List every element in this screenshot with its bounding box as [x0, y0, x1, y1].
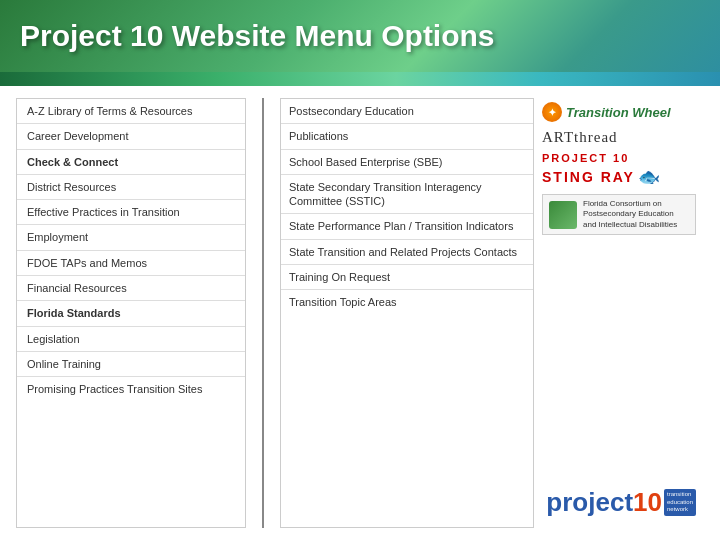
left-menu-item[interactable]: Career Development: [17, 124, 245, 149]
content-area: A-Z Library of Terms & ResourcesCareer D…: [0, 86, 720, 540]
left-menu-item[interactable]: Employment: [17, 225, 245, 250]
right-menu-item[interactable]: State Secondary Transition Interagency C…: [281, 175, 533, 215]
left-menu-item[interactable]: FDOE TAPs and Memos: [17, 251, 245, 276]
left-menu-item[interactable]: Effective Practices in Transition: [17, 200, 245, 225]
right-menu-item[interactable]: Postsecondary Education: [281, 99, 533, 124]
left-menu-item[interactable]: Check & Connect: [17, 150, 245, 175]
project10-word: project: [546, 487, 633, 518]
transition-wheel-label: Transition Wheel: [566, 105, 671, 120]
stingray-label: STING RAY: [542, 169, 635, 185]
stingray-fish-icon: 🐟: [638, 166, 660, 188]
project10-main-logo: project 10 transition education network: [546, 487, 696, 518]
wheel-icon: ✦: [542, 102, 562, 122]
page-title: Project 10 Website Menu Options: [20, 19, 495, 53]
left-menu: A-Z Library of Terms & ResourcesCareer D…: [16, 98, 246, 528]
right-menu-item[interactable]: Publications: [281, 124, 533, 149]
right-menu-item[interactable]: State Transition and Related Projects Co…: [281, 240, 533, 265]
florida-icon: [549, 201, 577, 229]
right-menu-item[interactable]: State Performance Plan / Transition Indi…: [281, 214, 533, 239]
left-menu-item[interactable]: Florida Standards: [17, 301, 245, 326]
left-menu-item[interactable]: Financial Resources: [17, 276, 245, 301]
transition-wheel-logo[interactable]: ✦ Transition Wheel: [542, 102, 696, 122]
project10-prefix-small: PROJECT 10: [542, 152, 629, 164]
wave-decoration: [0, 72, 720, 86]
project10-tagline: transition education network: [664, 489, 696, 516]
florida-consortium-box[interactable]: Florida Consortium on Postsecondary Educ…: [542, 194, 696, 235]
right-menu-item[interactable]: Training On Request: [281, 265, 533, 290]
right-menu: Postsecondary EducationPublicationsSchoo…: [280, 98, 534, 528]
left-menu-item[interactable]: Promising Practices Transition Sites: [17, 377, 245, 401]
right-section: Postsecondary EducationPublicationsSchoo…: [280, 98, 704, 528]
right-menu-item[interactable]: School Based Enterprise (SBE): [281, 150, 533, 175]
project10-number: 10: [633, 487, 662, 518]
logos-column: ✦ Transition Wheel ARTthread PROJECT 10 …: [534, 98, 704, 528]
stingray-logo[interactable]: PROJECT 10: [542, 152, 696, 164]
right-menu-item[interactable]: Transition Topic Areas: [281, 290, 533, 314]
left-menu-item[interactable]: A-Z Library of Terms & Resources: [17, 99, 245, 124]
left-menu-item[interactable]: Legislation: [17, 327, 245, 352]
artthread-logo[interactable]: ARTthread: [542, 129, 618, 145]
florida-consortium-label: Florida Consortium on Postsecondary Educ…: [583, 199, 689, 230]
left-menu-item[interactable]: Online Training: [17, 352, 245, 377]
left-menu-item[interactable]: District Resources: [17, 175, 245, 200]
column-divider: [262, 98, 264, 528]
header: Project 10 Website Menu Options: [0, 0, 720, 72]
